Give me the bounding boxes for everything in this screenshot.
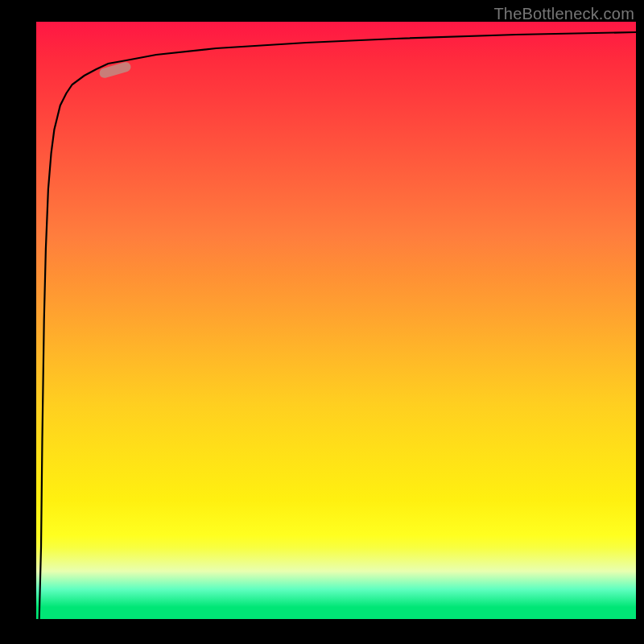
bottleneck-curve: [39, 32, 636, 619]
attribution-label: TheBottleneck.com: [493, 5, 634, 23]
svg-rect-0: [98, 61, 132, 80]
curve-marker: [98, 61, 132, 80]
chart-frame: TheBottleneck.com: [0, 0, 644, 644]
plot-area: [36, 22, 636, 619]
curve-layer: [36, 22, 636, 619]
